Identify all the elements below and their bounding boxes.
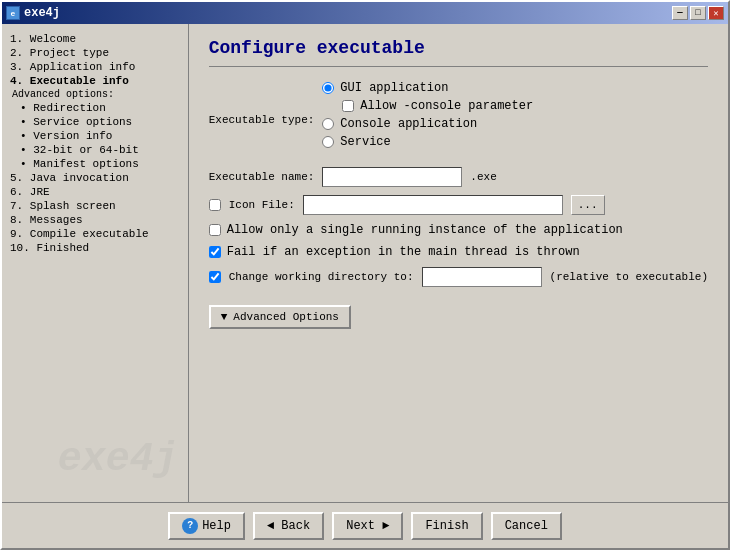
minimize-button[interactable]: — xyxy=(672,6,688,20)
fail-exception-label: Fail if an exception in the main thread … xyxy=(227,245,580,259)
change-dir-checkbox[interactable] xyxy=(209,271,221,283)
service-radio-row: Service xyxy=(322,135,533,149)
sidebar-watermark: exe4j xyxy=(58,437,178,482)
radio-group: GUI application Allow -console parameter… xyxy=(322,81,533,149)
advanced-options-label: Advanced Options xyxy=(233,311,339,323)
window-controls: — □ ✕ xyxy=(672,6,724,20)
sidebar-item-version-info[interactable]: • Version info xyxy=(8,129,182,143)
fail-exception-row: Fail if an exception in the main thread … xyxy=(209,245,708,259)
sidebar-advanced-options-header: Advanced options: xyxy=(8,88,182,101)
icon-file-checkbox[interactable] xyxy=(209,199,221,211)
service-radio[interactable] xyxy=(322,136,334,148)
allow-console-checkbox[interactable] xyxy=(342,100,354,112)
window-body: 1. Welcome 2. Project type 3. Applicatio… xyxy=(2,24,728,502)
icon-file-row: Icon File: ... xyxy=(209,195,708,215)
service-radio-label: Service xyxy=(340,135,390,149)
sidebar-item-manifest-options[interactable]: • Manifest options xyxy=(8,157,182,171)
sidebar: 1. Welcome 2. Project type 3. Applicatio… xyxy=(2,24,189,502)
sidebar-item-project-type[interactable]: 2. Project type xyxy=(8,46,182,60)
page-title: Configure executable xyxy=(209,38,708,67)
advanced-options-arrow-icon: ▼ xyxy=(221,311,228,323)
single-instance-label: Allow only a single running instance of … xyxy=(227,223,623,237)
sidebar-item-32-64bit[interactable]: • 32-bit or 64-bit xyxy=(8,143,182,157)
help-icon: ? xyxy=(182,518,198,534)
executable-name-label: Executable name: xyxy=(209,171,315,183)
exe-suffix: .exe xyxy=(470,171,496,183)
sidebar-item-service-options[interactable]: • Service options xyxy=(8,115,182,129)
sidebar-item-welcome[interactable]: 1. Welcome xyxy=(8,32,182,46)
window-title: exe4j xyxy=(24,6,60,20)
allow-console-row: Allow -console parameter xyxy=(322,99,533,113)
change-dir-label: Change working directory to: xyxy=(229,271,414,283)
change-dir-row: Change working directory to: (relative t… xyxy=(209,267,708,287)
icon-file-label: Icon File: xyxy=(229,199,295,211)
sidebar-item-compile-executable[interactable]: 9. Compile executable xyxy=(8,227,182,241)
next-button[interactable]: Next ► xyxy=(332,512,403,540)
icon-file-input[interactable] xyxy=(303,195,563,215)
finish-label: Finish xyxy=(425,519,468,533)
close-button[interactable]: ✕ xyxy=(708,6,724,20)
advanced-options-section: ▼ Advanced Options xyxy=(209,299,708,329)
fail-exception-checkbox[interactable] xyxy=(209,246,221,258)
browse-button[interactable]: ... xyxy=(571,195,605,215)
titlebar: e exe4j — □ ✕ xyxy=(2,2,728,24)
allow-console-label: Allow -console parameter xyxy=(360,99,533,113)
next-label: Next ► xyxy=(346,519,389,533)
gui-radio[interactable] xyxy=(322,82,334,94)
maximize-button[interactable]: □ xyxy=(690,6,706,20)
sidebar-item-java-invocation[interactable]: 5. Java invocation xyxy=(8,171,182,185)
main-content: Configure executable Executable type: GU… xyxy=(189,24,728,502)
advanced-options-button[interactable]: ▼ Advanced Options xyxy=(209,305,351,329)
sidebar-item-executable-info[interactable]: 4. Executable info xyxy=(8,74,182,88)
executable-type-row: Executable type: GUI application Allow -… xyxy=(209,81,708,159)
console-radio-label: Console application xyxy=(340,117,477,131)
executable-type-label: Executable type: xyxy=(209,114,315,126)
sidebar-item-finished[interactable]: 10. Finished xyxy=(8,241,182,255)
sidebar-item-redirection[interactable]: • Redirection xyxy=(8,101,182,115)
app-icon: e xyxy=(6,6,20,20)
gui-radio-row: GUI application xyxy=(322,81,533,95)
footer: ? Help ◄ Back Next ► Finish Cancel xyxy=(2,502,728,548)
help-button[interactable]: ? Help xyxy=(168,512,245,540)
change-dir-suffix: (relative to executable) xyxy=(550,271,708,283)
sidebar-item-splash-screen[interactable]: 7. Splash screen xyxy=(8,199,182,213)
sidebar-item-jre[interactable]: 6. JRE xyxy=(8,185,182,199)
back-label: ◄ Back xyxy=(267,519,310,533)
executable-name-row: Executable name: .exe xyxy=(209,167,708,187)
change-dir-input[interactable] xyxy=(422,267,542,287)
sidebar-item-messages[interactable]: 8. Messages xyxy=(8,213,182,227)
titlebar-title-group: e exe4j xyxy=(6,6,60,20)
cancel-button[interactable]: Cancel xyxy=(491,512,562,540)
sidebar-item-application-info[interactable]: 3. Application info xyxy=(8,60,182,74)
back-button[interactable]: ◄ Back xyxy=(253,512,324,540)
single-instance-row: Allow only a single running instance of … xyxy=(209,223,708,237)
help-label: Help xyxy=(202,519,231,533)
executable-name-input[interactable] xyxy=(322,167,462,187)
cancel-label: Cancel xyxy=(505,519,548,533)
gui-radio-label: GUI application xyxy=(340,81,448,95)
console-radio-row: Console application xyxy=(322,117,533,131)
console-radio[interactable] xyxy=(322,118,334,130)
finish-button[interactable]: Finish xyxy=(411,512,482,540)
single-instance-checkbox[interactable] xyxy=(209,224,221,236)
main-window: e exe4j — □ ✕ 1. Welcome 2. Project type… xyxy=(0,0,730,550)
